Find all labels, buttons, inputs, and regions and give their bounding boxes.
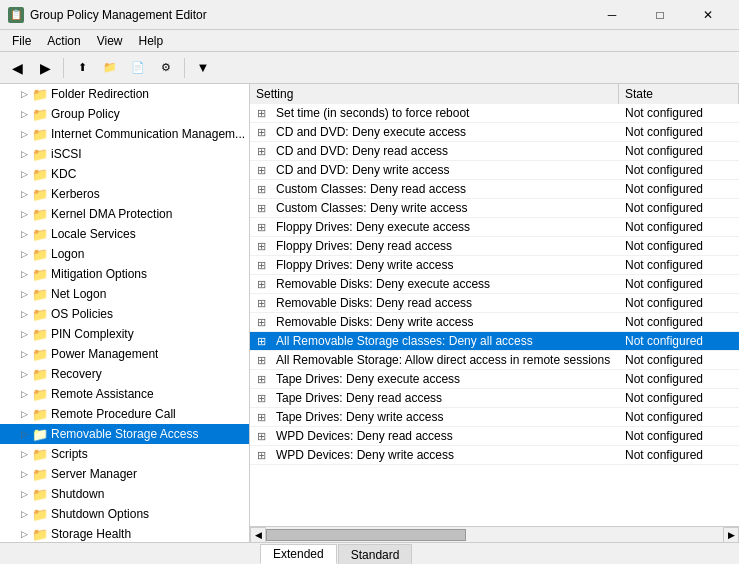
scroll-left-btn[interactable]: ◀ <box>250 527 266 543</box>
scroll-thumb[interactable] <box>266 529 466 541</box>
tree-item-removable-storage-access[interactable]: ▷📁Removable Storage Access <box>0 424 249 444</box>
tree-item-os-policies[interactable]: ▷📁OS Policies <box>0 304 249 324</box>
table-row[interactable]: ⊞Tape Drives: Deny write accessNot confi… <box>250 408 739 427</box>
horizontal-scrollbar[interactable]: ◀ ▶ <box>250 526 739 542</box>
setting-state: Not configured <box>619 391 739 405</box>
table-row[interactable]: ⊞Removable Disks: Deny execute accessNot… <box>250 275 739 294</box>
table-row[interactable]: ⊞Set time (in seconds) to force rebootNo… <box>250 104 739 123</box>
expand-arrow-icon[interactable]: ▷ <box>16 486 32 502</box>
table-row[interactable]: ⊞Custom Classes: Deny write accessNot co… <box>250 199 739 218</box>
expand-arrow-icon[interactable]: ▷ <box>16 526 32 542</box>
col-header-state[interactable]: State <box>619 84 739 104</box>
tree-view[interactable]: ▷📁Folder Redirection▷📁Group Policy▷📁Inte… <box>0 84 249 542</box>
maximize-button[interactable]: □ <box>637 0 683 30</box>
tree-item-remote-procedure-call[interactable]: ▷📁Remote Procedure Call <box>0 404 249 424</box>
menu-help[interactable]: Help <box>131 32 172 50</box>
expand-arrow-icon[interactable]: ▷ <box>16 166 32 182</box>
tree-item-internet-comm[interactable]: ▷📁Internet Communication Managem... <box>0 124 249 144</box>
table-row[interactable]: ⊞Tape Drives: Deny read accessNot config… <box>250 389 739 408</box>
settings-list[interactable]: ⊞Set time (in seconds) to force rebootNo… <box>250 104 739 526</box>
setting-state: Not configured <box>619 372 739 386</box>
expand-arrow-icon[interactable]: ▷ <box>16 246 32 262</box>
table-row[interactable]: ⊞All Removable Storage classes: Deny all… <box>250 332 739 351</box>
tree-item-locale-services[interactable]: ▷📁Locale Services <box>0 224 249 244</box>
expand-arrow-icon[interactable]: ▷ <box>16 446 32 462</box>
scroll-right-btn[interactable]: ▶ <box>723 527 739 543</box>
expand-arrow-icon[interactable]: ▷ <box>16 506 32 522</box>
tree-item-storage-health[interactable]: ▷📁Storage Health <box>0 524 249 542</box>
tree-item-shutdown[interactable]: ▷📁Shutdown <box>0 484 249 504</box>
folder-icon: 📁 <box>32 246 48 262</box>
table-row[interactable]: ⊞Floppy Drives: Deny write accessNot con… <box>250 256 739 275</box>
table-row[interactable]: ⊞Floppy Drives: Deny read accessNot conf… <box>250 237 739 256</box>
table-row[interactable]: ⊞Custom Classes: Deny read accessNot con… <box>250 180 739 199</box>
minimize-button[interactable]: ─ <box>589 0 635 30</box>
tree-item-pin-complexity[interactable]: ▷📁PIN Complexity <box>0 324 249 344</box>
right-panel: Setting State ⊞Set time (in seconds) to … <box>250 84 739 542</box>
menu-action[interactable]: Action <box>39 32 88 50</box>
expand-arrow-icon[interactable]: ▷ <box>16 386 32 402</box>
tree-item-shutdown-options[interactable]: ▷📁Shutdown Options <box>0 504 249 524</box>
tab-standard[interactable]: Standard <box>338 544 413 564</box>
table-row[interactable]: ⊞Removable Disks: Deny write accessNot c… <box>250 313 739 332</box>
toolbar-new[interactable]: 📄 <box>125 55 151 81</box>
expand-arrow-icon[interactable]: ▷ <box>16 186 32 202</box>
tree-item-label: OS Policies <box>51 307 113 321</box>
tree-item-remote-assistance[interactable]: ▷📁Remote Assistance <box>0 384 249 404</box>
toolbar-filter[interactable]: ▼ <box>190 55 216 81</box>
menu-view[interactable]: View <box>89 32 131 50</box>
tree-item-kerberos[interactable]: ▷📁Kerberos <box>0 184 249 204</box>
table-row[interactable]: ⊞CD and DVD: Deny write accessNot config… <box>250 161 739 180</box>
tree-item-recovery[interactable]: ▷📁Recovery <box>0 364 249 384</box>
table-row[interactable]: ⊞WPD Devices: Deny write accessNot confi… <box>250 446 739 465</box>
expand-arrow-icon[interactable]: ▷ <box>16 126 32 142</box>
table-row[interactable]: ⊞Tape Drives: Deny execute accessNot con… <box>250 370 739 389</box>
tree-item-server-manager[interactable]: ▷📁Server Manager <box>0 464 249 484</box>
table-row[interactable]: ⊞CD and DVD: Deny read accessNot configu… <box>250 142 739 161</box>
table-row[interactable]: ⊞All Removable Storage: Allow direct acc… <box>250 351 739 370</box>
toolbar-up[interactable]: ⬆ <box>69 55 95 81</box>
tree-item-kdc[interactable]: ▷📁KDC <box>0 164 249 184</box>
toolbar: ◀ ▶ ⬆ 📁 📄 ⚙ ▼ <box>0 52 739 84</box>
tree-item-label: Storage Health <box>51 527 131 541</box>
tree-item-net-logon[interactable]: ▷📁Net Logon <box>0 284 249 304</box>
table-row[interactable]: ⊞Removable Disks: Deny read accessNot co… <box>250 294 739 313</box>
expand-arrow-icon[interactable]: ▷ <box>16 286 32 302</box>
tree-item-mitigation-options[interactable]: ▷📁Mitigation Options <box>0 264 249 284</box>
expand-arrow-icon[interactable]: ▷ <box>16 146 32 162</box>
expand-arrow-icon[interactable]: ▷ <box>16 326 32 342</box>
scroll-track[interactable] <box>266 527 723 543</box>
expand-arrow-icon[interactable]: ▷ <box>16 106 32 122</box>
table-row[interactable]: ⊞WPD Devices: Deny read accessNot config… <box>250 427 739 446</box>
expand-arrow-icon[interactable]: ▷ <box>16 366 32 382</box>
expand-arrow-icon[interactable]: ▷ <box>16 406 32 422</box>
toolbar-forward[interactable]: ▶ <box>32 55 58 81</box>
expand-arrow-icon[interactable]: ▷ <box>16 206 32 222</box>
tree-item-power-management[interactable]: ▷📁Power Management <box>0 344 249 364</box>
expand-arrow-icon[interactable]: ▷ <box>16 346 32 362</box>
tree-item-label: Net Logon <box>51 287 106 301</box>
expand-arrow-icon[interactable]: ▷ <box>16 426 32 442</box>
toolbar-show-hide[interactable]: 📁 <box>97 55 123 81</box>
col-header-setting[interactable]: Setting <box>250 84 619 104</box>
tree-item-kernel-dma[interactable]: ▷📁Kernel DMA Protection <box>0 204 249 224</box>
tree-item-folder-redirection[interactable]: ▷📁Folder Redirection <box>0 84 249 104</box>
table-row[interactable]: ⊞CD and DVD: Deny execute accessNot conf… <box>250 123 739 142</box>
expand-arrow-icon[interactable]: ▷ <box>16 266 32 282</box>
expand-arrow-icon[interactable]: ▷ <box>16 306 32 322</box>
tree-item-group-policy[interactable]: ▷📁Group Policy <box>0 104 249 124</box>
close-button[interactable]: ✕ <box>685 0 731 30</box>
expand-arrow-icon[interactable]: ▷ <box>16 86 32 102</box>
tab-extended[interactable]: Extended <box>260 544 337 564</box>
table-row[interactable]: ⊞Floppy Drives: Deny execute accessNot c… <box>250 218 739 237</box>
tree-item-scripts[interactable]: ▷📁Scripts <box>0 444 249 464</box>
expand-arrow-icon[interactable]: ▷ <box>16 226 32 242</box>
tree-item-logon[interactable]: ▷📁Logon <box>0 244 249 264</box>
toolbar-properties[interactable]: ⚙ <box>153 55 179 81</box>
expand-arrow-icon[interactable]: ▷ <box>16 466 32 482</box>
tree-item-iscsi[interactable]: ▷📁iSCSI <box>0 144 249 164</box>
folder-icon: 📁 <box>32 526 48 542</box>
menu-file[interactable]: File <box>4 32 39 50</box>
toolbar-back[interactable]: ◀ <box>4 55 30 81</box>
setting-icon: ⊞ <box>250 180 272 199</box>
